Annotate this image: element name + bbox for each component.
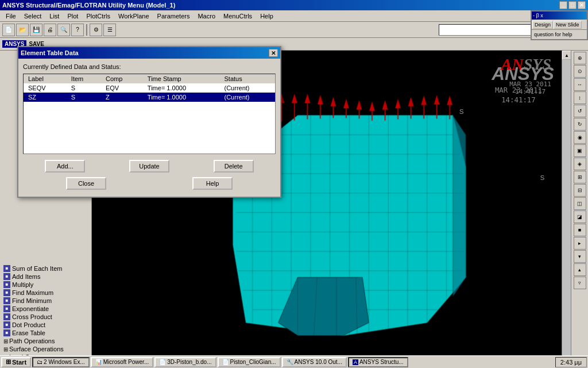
exp-icon: ■ [3, 305, 10, 312]
taskbar-icon-1: 🗂 [37, 359, 42, 365]
taskbar-item-4[interactable]: 📄 Piston_ClioGian... [218, 357, 281, 367]
menu-menuctrls[interactable]: MenuCtrls [220, 12, 256, 21]
multiply-icon: ■ [3, 281, 10, 288]
sidebar-item-findmax[interactable]: ■ Find Maximum [2, 289, 89, 297]
rt-btn-5[interactable]: ↺ [574, 105, 586, 117]
element-table-dialog[interactable]: Element Table Data ✕ Currently Defined D… [17, 46, 281, 198]
delete-button[interactable]: Delete [214, 160, 254, 172]
sidebar-item-dot[interactable]: ■ Dot Product [2, 321, 89, 329]
toolbar-btn-print[interactable]: 🖨 [44, 24, 56, 36]
cross-icon: ■ [3, 313, 10, 320]
cell-comp-0: EQV [101, 83, 143, 93]
add-button[interactable]: Add... [45, 160, 85, 172]
toolbar-btn-7[interactable]: ⚙ [90, 24, 102, 36]
taskbar-item-6[interactable]: A ANSYS Structu... [348, 357, 408, 367]
toolbar-btn-save[interactable]: 💾 [30, 24, 42, 36]
sidebar-group-path[interactable]: ⊞ Path Operations [2, 337, 89, 345]
toolbar-combo[interactable] [439, 24, 554, 36]
toolbar-btn-6[interactable]: ? [71, 24, 84, 36]
dialog-close-button[interactable]: ✕ [269, 49, 278, 57]
taskbar-icon-3: 📄 [159, 359, 166, 365]
rt-btn-11[interactable]: ⊟ [574, 184, 586, 197]
help-button[interactable]: Help [192, 177, 233, 190]
taskbar-item-3[interactable]: 📄 3D-Piston_b.do... [154, 357, 216, 367]
rt-btn-8[interactable]: ▣ [574, 144, 586, 157]
toolbar-btn-5[interactable]: 🔍 [57, 24, 70, 36]
sidebar-group-surface[interactable]: ⊞ Surface Operations [2, 345, 89, 353]
toolbar-btn-stop[interactable]: ⏹ [573, 24, 586, 36]
add-icon: ■ [3, 273, 10, 280]
rt-btn-15[interactable]: ▸ [574, 237, 586, 250]
col-header-item: Item [67, 74, 101, 83]
findmax-icon: ■ [3, 289, 10, 296]
sidebar-item-erase[interactable]: ■ Erase Table [2, 329, 89, 337]
dot-icon: ■ [3, 321, 10, 328]
taskbar-item-5[interactable]: 🔧 ANSYS 10.0 Out... [282, 357, 347, 367]
taskbar-icon-2: 📊 [95, 359, 102, 365]
toolbar-btn-8[interactable]: ☰ [103, 24, 116, 36]
menu-bar: File Select List Plot PlotCtrls WorkPlan… [0, 10, 588, 22]
scroll-up-btn[interactable]: ▲ [562, 51, 571, 60]
sidebar-item-cross[interactable]: ■ Cross Product [2, 313, 89, 321]
data-table: Label Item Comp Time Stamp Status SEQV S… [24, 74, 275, 102]
rt-btn-2[interactable]: ⊙ [574, 65, 586, 78]
toolbar-btn-new[interactable]: 📄 [2, 24, 15, 36]
dialog-title-bar[interactable]: Element Table Data ✕ [18, 47, 280, 59]
start-button[interactable]: ⊞ Start [1, 357, 31, 367]
rt-btn-6[interactable]: ↻ [574, 118, 586, 131]
svg-text:14:41:17: 14:41:17 [501, 95, 536, 104]
rt-btn-17[interactable]: ▴ [574, 263, 586, 276]
clock: 2:43 μμ [555, 357, 587, 367]
menu-file[interactable]: File [2, 12, 20, 21]
close-button[interactable]: Close [66, 177, 106, 190]
menu-help[interactable]: Help [257, 12, 277, 21]
rt-btn-16[interactable]: ▾ [574, 250, 586, 263]
rt-btn-13[interactable]: ◪ [574, 210, 586, 223]
sidebar-item-exp[interactable]: ■ Exponentiate [2, 305, 89, 313]
menu-list[interactable]: List [46, 12, 63, 21]
sidebar-item-findmin[interactable]: ■ Find Minimum [2, 297, 89, 305]
sidebar-section-operations: ■ Sum of Each Item ■ Add Items ■ Multipl… [0, 263, 91, 368]
taskbar-icon-4: 📄 [222, 359, 229, 365]
main-title-bar: ANSYS Structural/Emag/FLOTRAN Utility Me… [0, 0, 588, 10]
rt-btn-12[interactable]: ◫ [574, 197, 586, 210]
maximize-button[interactable]: □ [568, 1, 577, 9]
sidebar-item-sum[interactable]: ■ Sum of Each Item [2, 264, 89, 273]
rt-btn-7[interactable]: ◉ [574, 131, 586, 144]
menu-macro[interactable]: Macro [194, 12, 219, 21]
menu-parameters[interactable]: Parameters [154, 12, 194, 21]
rt-btn-14[interactable]: ■ [574, 224, 586, 236]
data-table-container[interactable]: Label Item Comp Time Stamp Status SEQV S… [23, 74, 276, 154]
scroll-track[interactable] [562, 60, 571, 359]
col-header-label: Label [24, 74, 67, 83]
taskbar: ⊞ Start 🗂 2 Windows Ex... 📊 Microsoft Po… [0, 355, 588, 368]
dialog-subtitle: Currently Defined Data and Status: [23, 63, 276, 70]
toolbar-separator-2 [556, 24, 557, 36]
toolbar-btn-run[interactable]: ▶ [559, 24, 572, 36]
menu-plotctrls[interactable]: PlotCtrls [83, 12, 114, 21]
taskbar-item-2[interactable]: 📊 Microsoft Power... [91, 357, 153, 367]
table-row-selected[interactable]: SZ S Z Time= 1.0000 (Current) [24, 93, 275, 102]
menu-select[interactable]: Select [21, 12, 45, 21]
close-button[interactable]: ✕ [578, 1, 586, 9]
toolbar-btn-open[interactable]: 📂 [16, 24, 29, 36]
rt-btn-3[interactable]: ↔ [574, 78, 586, 91]
taskbar-item-1[interactable]: 🗂 2 Windows Ex... [32, 357, 90, 367]
sidebar-item-add[interactable]: ■ Add Items [2, 273, 89, 281]
rt-btn-4[interactable]: ↕ [574, 91, 586, 104]
menu-plot[interactable]: Plot [64, 12, 82, 21]
rt-btn-10[interactable]: ⊞ [574, 171, 586, 183]
taskbar-icon-5: 🔧 [287, 359, 293, 365]
rt-btn-9[interactable]: ◈ [574, 158, 586, 170]
cell-label-1: SZ [24, 93, 67, 102]
minimize-button[interactable]: _ [559, 1, 567, 9]
table-row[interactable]: SEQV S EQV Time= 1.0000 (Current) [24, 83, 275, 93]
dialog-title-text: Element Table Data [21, 49, 79, 56]
col-header-comp: Comp [101, 74, 143, 83]
path-expand-icon: ⊞ [3, 338, 8, 344]
rt-btn-18[interactable]: ▿ [574, 277, 586, 289]
menu-workplane[interactable]: WorkPlane [115, 12, 153, 21]
update-button[interactable]: Update [129, 160, 169, 172]
sidebar-item-multiply[interactable]: ■ Multiply [2, 281, 89, 289]
rt-btn-1[interactable]: ⊕ [574, 52, 586, 64]
